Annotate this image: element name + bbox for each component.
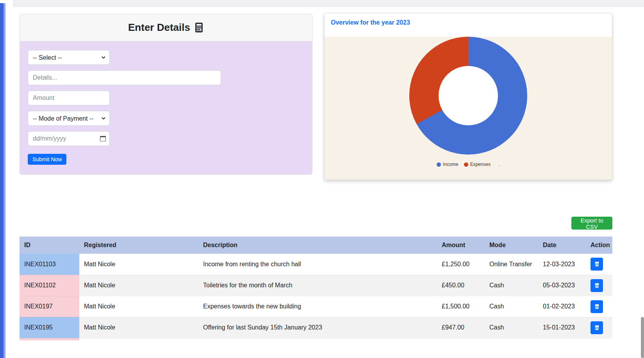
row-action-cell bbox=[586, 275, 612, 296]
row-date-cell: 15-01-2023 bbox=[538, 317, 586, 338]
legend-item-income[interactable]: Income bbox=[437, 162, 458, 167]
calculator-icon bbox=[194, 23, 204, 32]
row-action-cell bbox=[586, 296, 612, 317]
row-action-cell bbox=[586, 317, 612, 338]
enter-details-header: Enter Details bbox=[20, 14, 312, 41]
legend-suffix: . bbox=[498, 162, 500, 167]
column-header-description: Description bbox=[198, 237, 437, 254]
column-header-mode: Mode bbox=[485, 237, 538, 254]
export-csv-button[interactable]: Export to CSV bbox=[571, 217, 612, 230]
row-mode-cell: Cash bbox=[485, 275, 538, 296]
date-input[interactable] bbox=[28, 131, 110, 146]
column-header-amount: Amount bbox=[437, 237, 485, 254]
column-header-date: Date bbox=[538, 237, 586, 254]
row-description-cell: Toiletries for the month of March bbox=[198, 275, 437, 296]
details-input[interactable] bbox=[28, 70, 221, 85]
row-description-cell: Expenses towards the new building bbox=[198, 296, 437, 317]
row-amount-cell bbox=[437, 338, 485, 340]
row-amount-cell: £450.00 bbox=[437, 275, 485, 296]
row-registered-cell: Matt Nicole bbox=[79, 275, 198, 296]
table-row: INEX01102 Matt Nicole Toiletries for the… bbox=[20, 275, 612, 296]
row-description-cell: Income from renting the church hall bbox=[198, 254, 437, 275]
column-header-registered: Registered bbox=[79, 237, 198, 254]
top-navbar-strip bbox=[13, 0, 644, 7]
row-mode-cell bbox=[485, 338, 538, 340]
row-registered-cell: Matt Nicole bbox=[79, 317, 198, 338]
legend-dot-icon bbox=[464, 162, 468, 167]
transactions-table-wrap: ID Registered Description Amount Mode Da… bbox=[20, 237, 612, 340]
legend-dot-icon bbox=[437, 162, 441, 167]
legend-label: Expenses bbox=[470, 162, 491, 167]
submit-button[interactable]: Submit Now bbox=[28, 154, 66, 165]
vertical-scrollbar-thumb[interactable] bbox=[641, 317, 644, 358]
row-mode-cell: Online Transfer bbox=[485, 254, 538, 275]
row-mode-cell: Cash bbox=[485, 317, 538, 338]
row-id-cell bbox=[20, 338, 79, 340]
category-select[interactable]: -- Select -- bbox=[28, 50, 110, 65]
row-description-cell bbox=[198, 338, 437, 340]
transactions-table: ID Registered Description Amount Mode Da… bbox=[20, 237, 612, 340]
row-id-cell: INEX01102 bbox=[20, 275, 79, 296]
row-amount-cell: £1,500.00 bbox=[437, 296, 485, 317]
row-amount-cell: £1,250.00 bbox=[437, 254, 485, 275]
trash-icon bbox=[594, 283, 599, 288]
row-description-cell: Offering for last Sunday 15th January 20… bbox=[198, 317, 437, 338]
column-header-action: Action bbox=[586, 237, 612, 254]
overview-title: Overview for the year 2023 bbox=[325, 13, 612, 32]
table-header-row: ID Registered Description Amount Mode Da… bbox=[20, 237, 612, 254]
doughnut-chart[interactable] bbox=[409, 37, 527, 155]
row-action-cell bbox=[586, 338, 612, 340]
trash-icon bbox=[594, 304, 599, 309]
legend-label: Income bbox=[443, 162, 458, 167]
row-date-cell: 12-03-2023 bbox=[538, 254, 586, 275]
left-sidebar-strip bbox=[0, 3, 4, 358]
legend-item-expenses[interactable]: Expenses bbox=[464, 162, 491, 167]
chart-legend: IncomeExpenses. bbox=[325, 162, 612, 167]
row-date-cell: 05-03-2023 bbox=[538, 275, 586, 296]
amount-input[interactable] bbox=[28, 91, 110, 105]
mode-of-payment-select[interactable]: -- Mode of Payment -- bbox=[28, 111, 110, 126]
row-registered-cell bbox=[79, 338, 198, 340]
trash-icon bbox=[594, 325, 599, 330]
delete-row-button[interactable] bbox=[590, 300, 603, 313]
row-registered-cell: Matt Nicole bbox=[79, 254, 198, 275]
row-date-cell: 01-02-2023 bbox=[538, 296, 586, 317]
table-body: INEX01103 Matt Nicole Income from rentin… bbox=[20, 254, 612, 340]
table-row: INEX0195 Matt Nicole Offering for last S… bbox=[20, 317, 612, 338]
enter-details-card: Enter Details -- Select -- -- Mode of Pa… bbox=[20, 14, 312, 175]
row-mode-cell: Cash bbox=[485, 296, 538, 317]
row-date-cell bbox=[538, 338, 586, 340]
trash-icon bbox=[594, 262, 599, 267]
delete-row-button[interactable] bbox=[590, 321, 603, 334]
enter-details-title: Enter Details bbox=[128, 21, 190, 34]
table-row bbox=[20, 338, 612, 340]
overview-card: Overview for the year 2023 IncomeExpense… bbox=[324, 13, 612, 180]
chart-area: IncomeExpenses. bbox=[325, 37, 612, 180]
delete-row-button[interactable] bbox=[590, 258, 603, 271]
row-amount-cell: £947.00 bbox=[437, 317, 485, 338]
column-header-id: ID bbox=[20, 237, 79, 254]
row-id-cell: INEX0195 bbox=[20, 317, 79, 338]
row-id-cell: INEX0197 bbox=[20, 296, 79, 317]
enter-details-form: -- Select -- -- Mode of Payment -- bbox=[20, 41, 312, 174]
table-row: INEX0197 Matt Nicole Expenses towards th… bbox=[20, 296, 612, 317]
row-action-cell bbox=[586, 254, 612, 275]
delete-row-button[interactable] bbox=[590, 279, 603, 292]
row-id-cell: INEX01103 bbox=[20, 254, 79, 275]
left-sidebar-strip-highlight bbox=[4, 3, 5, 358]
row-registered-cell: Matt Nicole bbox=[79, 296, 198, 317]
table-row: INEX01103 Matt Nicole Income from rentin… bbox=[20, 254, 612, 275]
